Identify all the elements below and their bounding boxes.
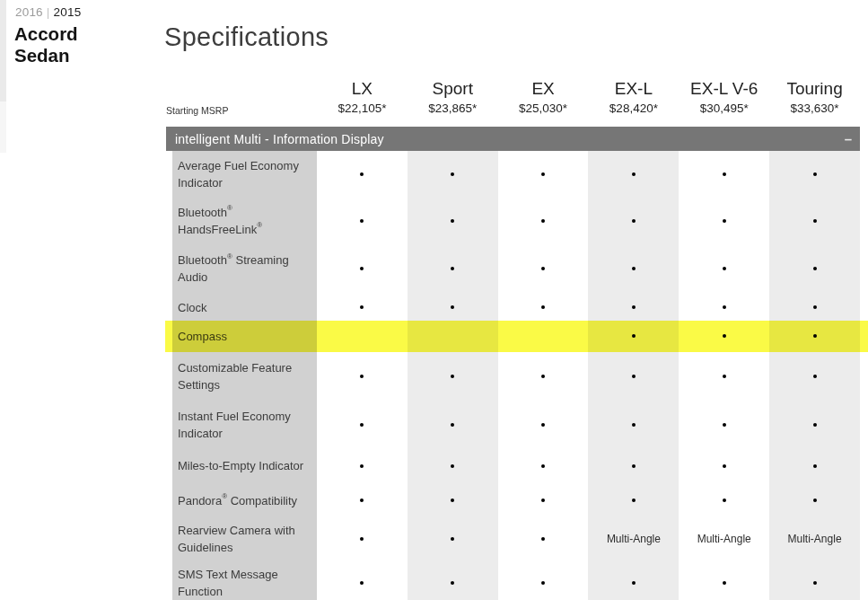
- included-dot-icon: [541, 464, 545, 468]
- feature-label: Compass: [172, 322, 317, 350]
- feature-label-text: Bluetooth® StreamingAudio: [178, 251, 289, 286]
- included-dot-icon: [451, 305, 454, 309]
- feature-included-cell: [498, 244, 589, 293]
- feature-included-cell: [317, 197, 408, 244]
- table-row: Customizable FeatureSettings: [166, 350, 860, 401]
- included-dot-icon: [451, 423, 454, 427]
- trim-price: $25,030*: [519, 100, 567, 118]
- feature-label: Miles-to-Empty Indicator: [172, 448, 317, 483]
- trim-name: LX: [352, 78, 373, 100]
- trim-price: $30,495*: [700, 100, 749, 118]
- feature-included-cell: [769, 483, 860, 517]
- included-dot-icon: [813, 375, 817, 378]
- year-2016-link[interactable]: 2016: [15, 5, 43, 19]
- included-dot-icon: [541, 581, 545, 585]
- feature-included-cell: [317, 293, 408, 322]
- included-dot-icon: [360, 172, 364, 176]
- page-title: Specifications: [164, 22, 329, 52]
- feature-included-cell: [679, 483, 769, 517]
- included-dot-icon: [723, 581, 726, 585]
- feature-included-cell: [588, 151, 679, 197]
- included-dot-icon: [723, 219, 726, 223]
- included-dot-icon: [360, 581, 364, 585]
- feature-included-cell: [769, 350, 860, 401]
- table-row: Average Fuel EconomyIndicator: [166, 151, 860, 197]
- row-gutter: [166, 517, 172, 560]
- row-gutter: [166, 560, 172, 600]
- model-year-selector: 2016|2015: [15, 5, 81, 19]
- included-dot-icon: [451, 267, 454, 270]
- included-dot-icon: [360, 464, 364, 468]
- feature-label-text: Compass: [178, 328, 227, 345]
- included-dot-icon: [360, 267, 364, 270]
- included-dot-icon: [723, 305, 726, 309]
- feature-included-cell: [498, 560, 589, 600]
- table-row: Pandora® Compatibility: [166, 483, 860, 517]
- feature-empty-cell: [317, 322, 408, 350]
- year-divider: |: [43, 5, 54, 19]
- included-dot-icon: [813, 219, 817, 223]
- feature-included-cell: [588, 322, 679, 350]
- feature-label-text: Miles-to-Empty Indicator: [178, 457, 303, 474]
- feature-included-cell: [317, 350, 408, 401]
- trim-column-lx: LX$22,105*: [317, 66, 408, 120]
- feature-label: Bluetooth® StreamingAudio: [172, 244, 317, 293]
- trim-name: Sport: [433, 78, 473, 100]
- trim-column-ex: EX$25,030*: [498, 66, 589, 120]
- row-gutter: [166, 293, 172, 322]
- feature-empty-cell: [498, 322, 589, 350]
- trim-name: EX-L: [615, 78, 653, 100]
- included-dot-icon: [813, 334, 817, 338]
- included-dot-icon: [541, 267, 545, 270]
- included-dot-icon: [541, 219, 545, 223]
- row-gutter: [166, 483, 172, 517]
- included-dot-icon: [723, 172, 726, 176]
- year-2015-current[interactable]: 2015: [54, 5, 82, 19]
- section-header[interactable]: intelligent Multi - Information Display …: [166, 127, 860, 151]
- included-dot-icon: [723, 499, 726, 502]
- trim-header-row: Starting MSRP LX$22,105*Sport$23,865*EX$…: [166, 66, 860, 120]
- included-dot-icon: [360, 537, 364, 541]
- feature-included-cell: [498, 483, 589, 517]
- feature-included-cell: [769, 401, 860, 448]
- included-dot-icon: [632, 581, 636, 585]
- included-dot-icon: [541, 172, 545, 176]
- feature-included-cell: [317, 517, 408, 560]
- specifications-page: 2016|2015 Accord Sedan Specifications St…: [0, 0, 868, 600]
- included-dot-icon: [541, 499, 545, 502]
- included-dot-icon: [451, 499, 454, 502]
- collapse-section-button[interactable]: –: [837, 127, 860, 151]
- trim-price: $28,420*: [609, 100, 658, 118]
- feature-included-cell: [408, 244, 498, 293]
- feature-included-cell: [769, 197, 860, 244]
- table-row: Rearview Camera withGuidelinesMulti-Angl…: [166, 517, 860, 560]
- included-dot-icon: [360, 423, 364, 427]
- included-dot-icon: [632, 267, 636, 270]
- feature-included-cell: [498, 517, 589, 560]
- feature-label-text: SMS Text MessageFunction: [178, 566, 278, 600]
- feature-label-text: Customizable FeatureSettings: [178, 359, 292, 393]
- included-dot-icon: [541, 375, 545, 378]
- feature-label-text: Rearview Camera withGuidelines: [178, 522, 295, 556]
- included-dot-icon: [723, 334, 726, 338]
- model-title: Accord Sedan: [14, 23, 127, 66]
- feature-label-text: Pandora® Compatibility: [178, 492, 297, 509]
- section-title: intelligent Multi - Information Display: [166, 132, 384, 146]
- feature-included-cell: [769, 151, 860, 197]
- feature-included-cell: [498, 350, 589, 401]
- included-dot-icon: [632, 172, 636, 176]
- included-dot-icon: [541, 537, 545, 541]
- feature-included-cell: [408, 560, 498, 600]
- trim-column-ex-l-v-6: EX-L V-6$30,495*: [679, 66, 769, 120]
- features-table: Average Fuel EconomyIndicatorBluetooth®H…: [166, 151, 860, 600]
- table-row: Miles-to-Empty Indicator: [166, 448, 860, 483]
- included-dot-icon: [360, 305, 364, 309]
- feature-included-cell: [769, 293, 860, 322]
- feature-label: Instant Fuel EconomyIndicator: [172, 401, 317, 448]
- feature-included-cell: [769, 244, 860, 293]
- trim-price: $33,630*: [791, 100, 839, 118]
- row-gutter: [166, 448, 172, 483]
- included-dot-icon: [451, 375, 454, 378]
- feature-included-cell: [588, 244, 679, 293]
- included-dot-icon: [632, 305, 636, 309]
